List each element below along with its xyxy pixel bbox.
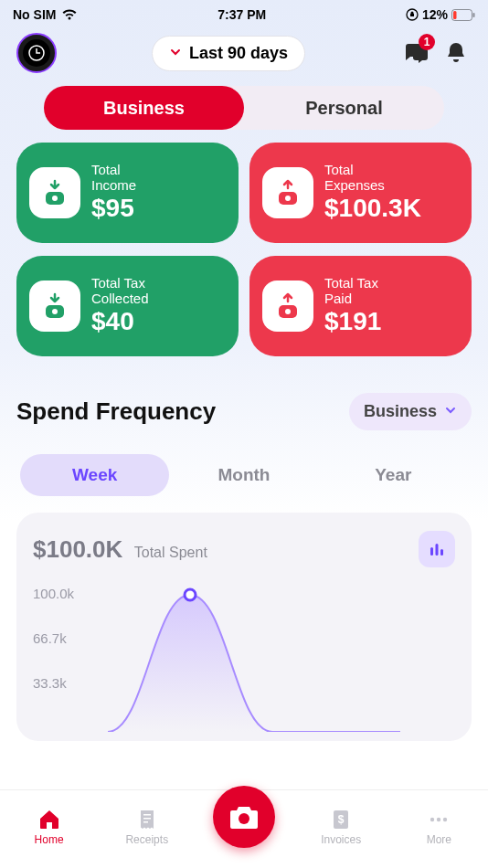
account-type-segmented[interactable]: Business Personal	[44, 86, 444, 130]
profile-avatar[interactable]	[16, 33, 57, 73]
period-selector[interactable]: Last 90 days	[152, 36, 305, 71]
card-tax-collected[interactable]: Total Tax Collected $40	[16, 256, 239, 356]
tab-month[interactable]: Month	[169, 454, 318, 496]
card-total-income[interactable]: Total Income $95	[16, 143, 239, 243]
svg-rect-2	[453, 11, 457, 19]
income-icon	[29, 167, 80, 218]
tax-paid-icon	[262, 281, 313, 332]
spend-chart: $100.0K Total Spent 100.0k 66.7k 33.3k	[16, 513, 472, 741]
nav-more[interactable]: More	[407, 808, 471, 846]
svg-point-24	[437, 817, 440, 820]
nav-invoices[interactable]: $ Invoices	[309, 808, 373, 846]
filter-label: Business	[364, 402, 437, 421]
notifications-button[interactable]	[440, 37, 472, 69]
section-title: Spend Frequency	[16, 397, 216, 426]
card-label: Total Tax	[91, 276, 149, 291]
app-header: Last 90 days 1	[0, 26, 488, 82]
period-label: Last 90 days	[189, 44, 288, 63]
svg-point-25	[443, 817, 447, 820]
chevron-down-icon	[169, 44, 182, 63]
card-value: $95	[91, 195, 136, 223]
card-label: Income	[91, 178, 136, 194]
svg-point-12	[285, 309, 291, 314]
svg-rect-19	[143, 821, 148, 823]
tax-collected-icon	[29, 281, 80, 332]
card-label: Paid	[324, 291, 381, 307]
card-value: $100.3K	[324, 195, 421, 223]
card-label: Total	[324, 163, 421, 178]
tab-week[interactable]: Week	[20, 454, 169, 496]
svg-text:$: $	[338, 813, 345, 826]
card-value: $40	[91, 308, 149, 336]
svg-point-20	[239, 813, 249, 824]
chart-period-tabs: Week Month Year	[16, 454, 472, 496]
y-tick: 100.0k	[33, 586, 74, 601]
nav-label: More	[427, 833, 451, 846]
tab-year[interactable]: Year	[319, 454, 468, 496]
card-tax-paid[interactable]: Total Tax Paid $191	[249, 256, 472, 356]
card-label: Total Tax	[324, 276, 381, 291]
home-icon	[37, 808, 61, 831]
card-label: Collected	[91, 291, 149, 307]
wifi-icon	[61, 8, 78, 21]
tab-personal[interactable]: Personal	[244, 98, 444, 119]
total-spent-value: $100.0K	[33, 535, 122, 563]
spend-frequency-section: Spend Frequency Business Week Month Year…	[0, 393, 488, 741]
nav-camera[interactable]	[213, 786, 275, 848]
total-spent-label: Total Spent	[134, 545, 207, 560]
svg-rect-17	[143, 814, 151, 816]
nav-label: Invoices	[321, 833, 361, 846]
svg-point-6	[52, 196, 58, 201]
chart-y-axis: 100.0k 66.7k 33.3k	[33, 586, 74, 691]
spend-filter-dropdown[interactable]: Business	[349, 393, 472, 430]
svg-rect-3	[473, 13, 475, 17]
nav-label: Receipts	[125, 833, 168, 846]
notification-badge: 1	[419, 34, 435, 50]
carrier-label: No SIM	[13, 7, 56, 22]
svg-point-10	[52, 309, 58, 314]
chevron-down-icon	[444, 402, 457, 421]
svg-rect-15	[440, 549, 443, 556]
expenses-icon	[262, 167, 313, 218]
nav-home[interactable]: Home	[17, 808, 81, 846]
chart-type-button[interactable]	[419, 531, 455, 567]
summary-cards: Total Income $95 Total Expenses $100.3K …	[0, 143, 488, 356]
nav-label: Home	[35, 833, 64, 846]
more-icon	[427, 808, 451, 831]
messages-button[interactable]: 1	[400, 37, 431, 69]
battery-icon	[451, 9, 475, 21]
nav-receipts[interactable]: Receipts	[115, 808, 179, 846]
battery-percent: 12%	[422, 7, 448, 22]
chart-line	[108, 577, 400, 732]
svg-point-8	[285, 196, 291, 201]
invoice-icon: $	[329, 808, 353, 831]
status-bar: No SIM 7:37 PM 12%	[0, 0, 488, 26]
card-total-expenses[interactable]: Total Expenses $100.3K	[249, 143, 472, 243]
tab-business[interactable]: Business	[44, 98, 244, 119]
svg-rect-18	[143, 818, 151, 820]
svg-rect-13	[430, 547, 433, 556]
svg-point-23	[430, 817, 434, 820]
svg-rect-14	[436, 544, 439, 556]
clock: 7:37 PM	[217, 7, 266, 22]
orientation-lock-icon	[406, 8, 419, 21]
bottom-nav: Home Receipts $ Invoices More	[0, 789, 488, 868]
y-tick: 33.3k	[33, 675, 74, 691]
camera-icon	[228, 803, 260, 831]
card-value: $191	[324, 308, 381, 336]
y-tick: 66.7k	[33, 630, 74, 646]
card-label: Total	[91, 163, 136, 178]
svg-point-16	[185, 589, 196, 600]
receipt-icon	[135, 808, 159, 831]
card-label: Expenses	[324, 178, 421, 194]
